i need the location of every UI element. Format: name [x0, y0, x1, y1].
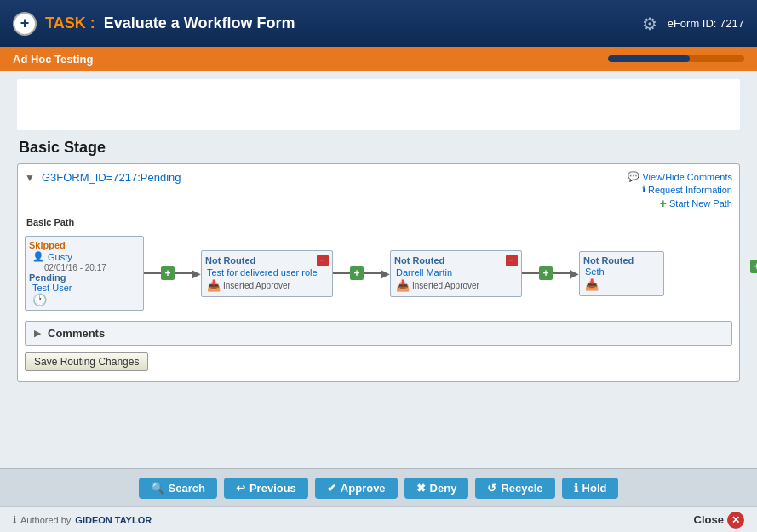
line-6: [553, 272, 570, 274]
gear-icon[interactable]: ⚙: [642, 14, 657, 34]
sub-header-title: Ad Hoc Testing: [13, 53, 93, 66]
pending-label: Pending: [29, 272, 140, 283]
clock-icon: 🕐: [29, 293, 140, 306]
page-title: Evaluate a Workflow Form: [104, 14, 295, 32]
request-information-link[interactable]: ℹ Request Information: [642, 184, 732, 195]
content-area: Basic Stage ▼ G3FORM_ID=7217:Pending 💬 V…: [0, 71, 757, 391]
header-right: ⚙ eForm ID: 7217: [642, 14, 744, 34]
previous-button[interactable]: ↩ Previous: [224, 478, 308, 499]
comment-icon: 💬: [628, 171, 639, 182]
progress-bar-fill: [608, 55, 690, 62]
view-hide-comments-link[interactable]: 💬 View/Hide Comments: [628, 171, 732, 182]
line-2: [175, 272, 192, 274]
arrow-3: ▶: [570, 266, 579, 280]
previous-icon: ↩: [236, 482, 245, 495]
approver-name-3: Seth: [583, 266, 660, 277]
form-header: ▼ G3FORM_ID=7217:Pending 💬 View/Hide Com…: [25, 171, 732, 210]
timestamp: 02/01/16 - 20:17: [29, 263, 140, 272]
not-routed-header-2: Not Routed −: [394, 255, 518, 266]
collapse-triangle-icon[interactable]: ▼: [25, 172, 35, 184]
arrow-2: ▶: [381, 266, 390, 280]
approver-name-1: Test for delivered user role: [205, 266, 329, 278]
save-btn-container: Save Routing Changes: [25, 352, 732, 371]
not-routed-title-1: Not Routed: [205, 255, 255, 266]
footer-left: ℹ Authored by GIDEON TAYLOR: [13, 514, 152, 525]
approve-icon: ✔: [327, 482, 336, 495]
close-button[interactable]: Close ✕: [694, 512, 744, 529]
not-routed-title-3: Not Routed: [583, 255, 634, 266]
authored-by-label: Authored by: [20, 515, 71, 525]
not-routed-title-2: Not Routed: [394, 255, 444, 266]
not-routed-block-3: Not Routed Seth 📥 +: [579, 251, 664, 296]
footer: ℹ Authored by GIDEON TAYLOR Close ✕: [0, 506, 757, 532]
approve-button[interactable]: ✔ Approve: [315, 478, 398, 499]
approver-type-3: 📥: [583, 277, 660, 292]
not-routed-header-1: Not Routed −: [205, 255, 329, 266]
inbox-icon-3: 📥: [585, 278, 599, 291]
blank-area: [17, 79, 740, 130]
not-routed-block-1: Not Routed − Test for delivered user rol…: [201, 250, 333, 297]
line-4: [364, 272, 381, 274]
info-icon: ℹ: [642, 184, 645, 195]
not-routed-header-3: Not Routed: [583, 255, 660, 266]
skipped-user: Gusty: [48, 252, 72, 262]
sub-header: Ad Hoc Testing: [0, 47, 757, 71]
remove-btn-1[interactable]: −: [317, 255, 329, 266]
header-left: + TASK : Evaluate a Workflow Form: [13, 12, 295, 36]
task-label: TASK :: [45, 14, 95, 32]
hold-icon: ℹ: [574, 482, 578, 495]
new-path-plus-icon: +: [660, 197, 667, 210]
arrow-1: ▶: [192, 266, 201, 280]
initial-block: Skipped 👤 Gusty 02/01/16 - 20:17 Pending…: [25, 236, 144, 311]
bottom-toolbar: 🔍 Search ↩ Previous ✔ Approve ✖ Deny ↺ R…: [0, 468, 757, 506]
add-btn-3[interactable]: +: [539, 266, 553, 280]
basic-stage-title: Basic Stage: [17, 139, 740, 157]
comments-section: ▶ Comments: [25, 321, 732, 346]
pending-user: Test User: [29, 283, 140, 293]
start-new-path-link[interactable]: + Start New Path: [660, 197, 732, 210]
line-5: [522, 272, 539, 274]
close-circle-icon: ✕: [727, 512, 744, 529]
search-button[interactable]: 🔍 Search: [139, 478, 217, 499]
remove-btn-2[interactable]: −: [506, 255, 518, 266]
company-logo: GIDEON TAYLOR: [75, 515, 152, 525]
path-container: Skipped 👤 Gusty 02/01/16 - 20:17 Pending…: [25, 232, 732, 314]
connector-3: + ▶: [522, 266, 579, 280]
comments-header[interactable]: ▶ Comments: [26, 322, 731, 345]
basic-path-label: Basic Path: [26, 217, 732, 227]
form-header-left: ▼ G3FORM_ID=7217:Pending: [25, 171, 181, 184]
approver-type-1: 📥 Inserted Approver: [205, 278, 329, 293]
approver-type-2: 📥 Inserted Approver: [394, 278, 518, 293]
form-id-text: G3FORM_ID=7217:: [42, 171, 141, 184]
inbox-icon-2: 📥: [396, 279, 410, 292]
skipped-user-row: 👤 Gusty: [29, 250, 140, 263]
deny-icon: ✖: [416, 482, 426, 495]
save-routing-button[interactable]: Save Routing Changes: [25, 352, 148, 371]
user-icon: 👤: [32, 251, 44, 262]
connector-1: + ▶: [144, 266, 201, 280]
line-1: [144, 272, 161, 274]
inbox-icon-1: 📥: [207, 279, 221, 292]
form-actions: 💬 View/Hide Comments ℹ Request Informati…: [628, 171, 732, 210]
add-btn-1[interactable]: +: [161, 266, 175, 280]
search-icon: 🔍: [151, 482, 164, 495]
main-content: Basic Stage ▼ G3FORM_ID=7217:Pending 💬 V…: [0, 71, 757, 468]
plus-icon[interactable]: +: [13, 12, 37, 36]
eform-id: eForm ID: 7217: [668, 17, 744, 30]
hold-button[interactable]: ℹ Hold: [562, 478, 619, 499]
form-container: ▼ G3FORM_ID=7217:Pending 💬 View/Hide Com…: [17, 163, 740, 382]
skipped-label: Skipped: [29, 240, 140, 250]
approver-name-2: Darrell Martin: [394, 266, 518, 278]
progress-bar-container: [608, 55, 744, 62]
add-btn-2[interactable]: +: [350, 266, 364, 280]
recycle-button[interactable]: ↺ Recycle: [475, 478, 554, 499]
not-routed-block-2: Not Routed − Darrell Martin 📥 Inserted A…: [390, 250, 522, 297]
comments-triangle-icon: ▶: [34, 328, 41, 339]
deny-button[interactable]: ✖ Deny: [404, 478, 469, 499]
app-header: + TASK : Evaluate a Workflow Form ⚙ eFor…: [0, 0, 757, 47]
form-id-label: G3FORM_ID=7217:Pending: [42, 171, 181, 184]
comments-title: Comments: [48, 327, 105, 340]
line-3: [333, 272, 350, 274]
recycle-icon: ↺: [487, 482, 496, 495]
connector-2: + ▶: [333, 266, 390, 280]
